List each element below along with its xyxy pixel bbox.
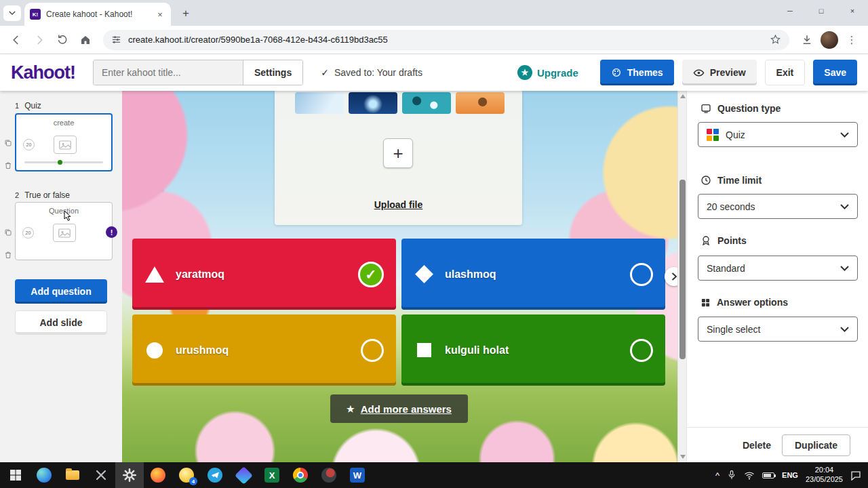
back-button[interactable] <box>7 30 26 49</box>
answer-2-text[interactable]: ulashmoq <box>445 268 496 281</box>
taskbar-messenger-button[interactable]: 4 <box>172 462 201 488</box>
time-limit-label: Time limit <box>701 175 762 186</box>
answer-2-correct-toggle[interactable] <box>630 263 653 286</box>
theme-thumbnail[interactable] <box>456 92 505 114</box>
answer-1[interactable]: yaratmoq ✓ <box>132 239 396 310</box>
upgrade-button[interactable]: ★ Upgrade <box>517 65 578 80</box>
duplicate-slide-1-button[interactable] <box>3 138 13 148</box>
show-hidden-icons-button[interactable]: ^ <box>715 470 719 481</box>
paper-plane-icon <box>212 472 219 479</box>
duplicate-question-button[interactable]: Duplicate <box>782 434 850 456</box>
clock-time: 20:04 <box>815 466 834 475</box>
home-button[interactable] <box>76 30 95 49</box>
browser-tab[interactable]: K! Create kahoot - Kahoot! × <box>24 3 171 26</box>
scrollbar-thumb[interactable] <box>679 180 686 359</box>
taskbar-excel-button[interactable]: X <box>258 462 286 488</box>
question-type-dropdown[interactable]: Quiz <box>698 122 858 147</box>
slide-2-time: 20 <box>22 227 34 239</box>
upload-file-link[interactable]: Upload file <box>275 199 522 210</box>
scroll-down-button[interactable] <box>680 455 686 459</box>
save-button[interactable]: Save <box>813 60 857 85</box>
start-button[interactable] <box>1 462 30 488</box>
forward-button[interactable] <box>30 30 49 49</box>
home-icon <box>79 34 92 46</box>
taskbar-telegram-button[interactable] <box>201 462 229 488</box>
close-window-button[interactable]: × <box>837 0 868 22</box>
taskbar-firefox-button[interactable] <box>144 462 172 488</box>
network-icon[interactable] <box>744 471 755 480</box>
language-indicator[interactable]: ENG <box>782 471 798 479</box>
image-icon <box>59 140 71 150</box>
add-media-button[interactable]: + <box>383 138 413 168</box>
slide-1-card[interactable]: create 20 <box>15 113 113 171</box>
answer-options-label: Answer options <box>701 297 788 308</box>
question-type-icon <box>701 103 711 114</box>
answer-options-dropdown[interactable]: Single select <box>698 317 858 342</box>
slide-1-title: create <box>16 119 111 127</box>
taskbar-word-button[interactable]: W <box>343 462 372 488</box>
tab-close-icon[interactable]: × <box>155 9 165 20</box>
taskbar-explorer-button[interactable] <box>58 462 87 488</box>
answer-3[interactable]: urushmoq <box>132 314 396 386</box>
profile-avatar[interactable] <box>821 31 838 49</box>
action-center-icon[interactable] <box>850 470 861 481</box>
theme-thumbnail[interactable] <box>349 92 397 114</box>
kahoot-title-input[interactable] <box>94 60 243 85</box>
trash-icon <box>4 251 12 259</box>
answer-1-correct-toggle[interactable]: ✓ <box>358 262 384 287</box>
theme-thumbnail[interactable] <box>295 92 344 114</box>
downloads-button[interactable] <box>797 30 816 49</box>
scroll-up-button[interactable] <box>680 94 686 98</box>
delete-slide-1-button[interactable] <box>3 161 13 170</box>
add-more-answers-button[interactable]: ★ Add more answers <box>330 394 468 423</box>
new-tab-button[interactable]: + <box>178 5 194 22</box>
taskbar-edge-button[interactable] <box>30 462 58 488</box>
taskbar-tools-button[interactable] <box>87 462 115 488</box>
answer-4-correct-toggle[interactable] <box>630 339 653 362</box>
browser-navbar: create.kahoot.it/creator/5990be1a-7068-4… <box>0 26 868 54</box>
reload-button[interactable] <box>53 30 72 49</box>
microphone-icon[interactable] <box>727 470 736 481</box>
maximize-button[interactable]: □ <box>806 0 837 22</box>
delete-slide-2-button[interactable] <box>3 250 13 260</box>
taskbar-settings-button[interactable] <box>115 462 144 488</box>
kahoot-logo[interactable]: Kahoot! <box>11 62 75 83</box>
time-limit-dropdown[interactable]: 20 seconds <box>698 194 858 219</box>
theme-thumbnail[interactable] <box>402 92 451 114</box>
kahoot-favicon-icon: K! <box>30 9 41 20</box>
taskbar-clock[interactable]: 20:04 23/05/2025 <box>806 466 843 485</box>
taskbar-purple-app-button[interactable] <box>229 462 258 488</box>
delete-question-button[interactable]: Delete <box>743 440 771 451</box>
tab-list-button[interactable] <box>3 5 21 21</box>
reload-icon <box>57 34 68 45</box>
answer-4[interactable]: kulguli holat <box>401 314 665 386</box>
triangle-shape-icon <box>144 266 165 283</box>
browser-menu-button[interactable]: ⋮ <box>842 30 861 49</box>
answer-4-text[interactable]: kulguli holat <box>445 344 509 357</box>
answer-3-correct-toggle[interactable] <box>361 339 384 362</box>
settings-button[interactable]: Settings <box>243 60 302 85</box>
taskbar-dark-app-button[interactable] <box>315 462 343 488</box>
url-field[interactable]: create.kahoot.it/creator/5990be1a-7068-4… <box>103 30 789 50</box>
add-question-button[interactable]: Add question <box>15 279 107 304</box>
duplicate-icon <box>4 228 12 237</box>
themes-palette-icon <box>611 67 622 78</box>
points-dropdown[interactable]: Standard <box>698 256 858 281</box>
themes-button[interactable]: Themes <box>600 60 674 85</box>
minimize-button[interactable]: ─ <box>774 0 806 22</box>
back-arrow-icon <box>10 34 22 46</box>
duplicate-slide-2-button[interactable] <box>3 228 13 237</box>
preview-button[interactable]: Preview <box>682 60 757 85</box>
answer-1-text[interactable]: yaratmoq <box>176 268 224 281</box>
slide-2-alert-badge: ! <box>106 226 117 238</box>
answer-2[interactable]: ulashmoq <box>401 239 665 310</box>
canvas-scrollbar[interactable] <box>677 91 686 462</box>
answer-options-icon <box>701 298 711 308</box>
battery-icon[interactable] <box>762 472 774 479</box>
slide-1-progress <box>24 161 103 163</box>
bookmark-star-icon[interactable] <box>770 34 781 45</box>
add-slide-button[interactable]: Add slide <box>15 310 107 335</box>
taskbar-chrome-button[interactable] <box>286 462 315 488</box>
answer-3-text[interactable]: urushmoq <box>176 344 229 357</box>
exit-button[interactable]: Exit <box>765 60 806 85</box>
